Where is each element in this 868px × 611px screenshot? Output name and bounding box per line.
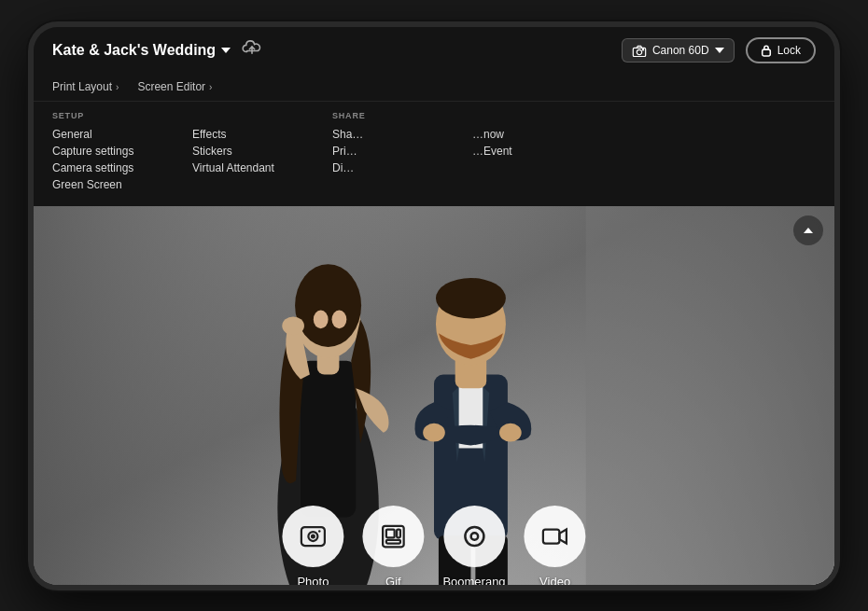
svg-point-27: [311, 534, 315, 538]
mode-photo-button[interactable]: Photo: [282, 506, 343, 589]
dropdown-menu: SETUP General Capture settings Camera se…: [34, 102, 834, 206]
svg-rect-33: [543, 529, 560, 543]
svg-point-21: [423, 423, 445, 441]
mode-buttons: Photo Gif: [282, 506, 585, 589]
svg-rect-31: [397, 529, 400, 537]
menu-general[interactable]: General: [52, 126, 146, 143]
print-layout-label: Print Layout: [52, 80, 112, 93]
project-title[interactable]: Kate & Jack's Wedding: [52, 42, 231, 59]
camera-name: Canon 60D: [652, 44, 709, 57]
header-left: Kate & Jack's Wedding: [52, 40, 262, 60]
header: Kate & Jack's Wedding Canon 60D: [34, 27, 834, 74]
svg-point-2: [637, 49, 641, 54]
project-title-text: Kate & Jack's Wedding: [52, 42, 216, 59]
print-layout-arrow-icon: ›: [116, 82, 119, 92]
mode-boomerang-button[interactable]: Boomerang: [442, 506, 505, 589]
menu-di[interactable]: Di…: [332, 160, 426, 176]
share2-section-label: [472, 111, 566, 120]
menu-camera-settings[interactable]: Camera settings: [52, 160, 146, 176]
svg-rect-30: [386, 529, 395, 537]
setup-section-label: SETUP: [52, 111, 146, 120]
svg-point-28: [318, 530, 321, 533]
boomerang-label: Boomerang: [442, 575, 505, 589]
menu-event[interactable]: …Event: [472, 143, 566, 160]
screen-editor-label: Screen Editor: [137, 80, 205, 93]
lock-label: Lock: [777, 44, 801, 57]
menu-empty: [472, 160, 566, 176]
video-icon-circle: [525, 506, 586, 567]
gif-label: Gif: [385, 575, 401, 589]
menu-effects[interactable]: Effects: [192, 126, 286, 143]
mode-video-button[interactable]: Video: [525, 506, 586, 589]
svg-point-13: [314, 310, 329, 328]
title-chevron-down-icon: [221, 48, 231, 53]
tablet-frame: Kate & Jack's Wedding Canon 60D: [28, 21, 840, 590]
menu-virtual-attendant[interactable]: Virtual Attendant: [192, 160, 286, 176]
video-label: Video: [539, 575, 570, 589]
svg-point-15: [282, 316, 304, 335]
menu-col-share2: …now …Event: [472, 111, 566, 193]
effects-section-label: [192, 111, 286, 120]
svg-rect-7: [586, 206, 834, 590]
main-content: Photo Gif: [34, 206, 834, 590]
photo-label: Photo: [297, 575, 329, 589]
svg-point-12: [295, 264, 361, 347]
menu-col-share: SHARE Sha… Pri… Di…: [332, 111, 426, 193]
menu-stickers[interactable]: Stickers: [192, 143, 286, 160]
menu-col-setup: SETUP General Capture settings Camera se…: [52, 111, 146, 193]
camera-chevron-down-icon: [715, 48, 724, 53]
nav-screen-editor[interactable]: Screen Editor ›: [137, 80, 212, 93]
photo-icon-circle: [282, 506, 343, 567]
menu-print[interactable]: Pri…: [332, 143, 426, 160]
menu-capture-settings[interactable]: Capture settings: [52, 143, 146, 160]
camera-selector[interactable]: Canon 60D: [622, 38, 735, 62]
nav-print-layout[interactable]: Print Layout ›: [52, 80, 119, 93]
svg-point-3: [642, 49, 643, 49]
svg-rect-9: [301, 360, 356, 517]
gif-icon-circle: [362, 506, 424, 567]
share-section-label: SHARE: [332, 111, 426, 120]
svg-point-20: [436, 278, 506, 318]
cloud-sync-icon[interactable]: [242, 40, 262, 60]
screen-editor-arrow-icon: ›: [209, 82, 212, 92]
boomerang-icon-circle: [443, 506, 505, 567]
lock-button[interactable]: Lock: [746, 37, 816, 63]
mode-gif-button[interactable]: Gif: [362, 506, 424, 589]
collapse-button[interactable]: [793, 215, 823, 245]
menu-now[interactable]: …now: [472, 126, 566, 143]
menu-green-screen[interactable]: Green Screen: [52, 176, 146, 193]
menu-col-effects: Effects Stickers Virtual Attendant: [192, 111, 286, 193]
nav-bar: Print Layout › Screen Editor ›: [34, 74, 834, 102]
svg-rect-4: [762, 49, 770, 56]
svg-point-22: [499, 423, 522, 441]
svg-rect-32: [386, 539, 400, 543]
svg-point-14: [332, 310, 347, 328]
menu-share[interactable]: Sha…: [332, 126, 426, 143]
chevron-up-icon: [804, 228, 813, 233]
header-right: Canon 60D Lock: [622, 37, 816, 63]
